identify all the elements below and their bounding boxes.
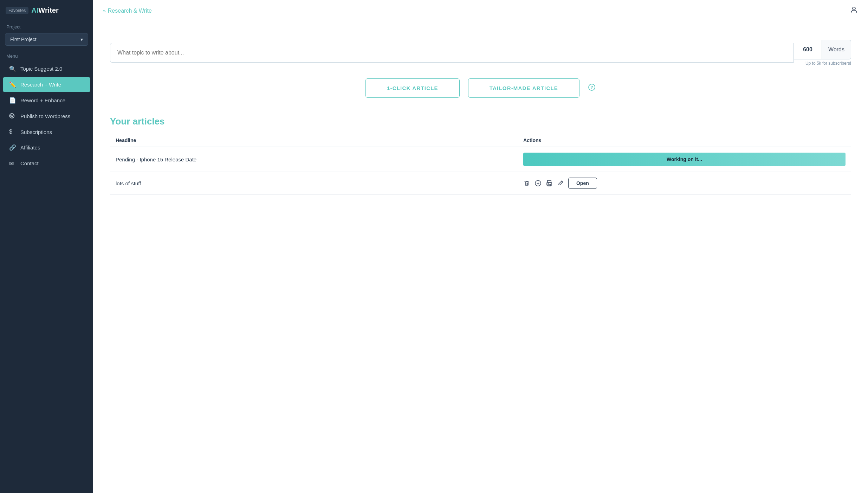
progress-bar-fill: Working on it...: [523, 153, 846, 166]
download-icon[interactable]: [535, 180, 542, 187]
search-icon: 🔍: [9, 65, 16, 72]
tailor-made-article-button[interactable]: TAILOR-MADE ARTICLE: [468, 78, 579, 98]
articles-section: Your articles Headline Actions Pending -…: [110, 116, 851, 195]
sidebar-item-topic-suggest[interactable]: 🔍 Topic Suggest 2.0: [3, 61, 90, 76]
sidebar-item-label: Topic Suggest 2.0: [20, 66, 62, 72]
progress-bar: Working on it...: [523, 153, 846, 166]
logo: AIWriter: [31, 6, 58, 14]
wordpress-icon: Ⓦ: [9, 113, 16, 120]
svg-point-0: [853, 7, 855, 10]
topic-input[interactable]: [110, 43, 794, 63]
article-actions: Working on it...: [518, 147, 851, 172]
articles-table: Headline Actions Pending - Iphone 15 Rel…: [110, 134, 851, 195]
sidebar-item-label: Contact: [20, 160, 39, 166]
words-count-input[interactable]: [794, 40, 822, 59]
project-name: First Project: [10, 37, 37, 42]
actions-column-header: Actions: [518, 134, 851, 147]
envelope-icon: ✉: [9, 160, 16, 167]
breadcrumb-text: Research & Write: [108, 8, 152, 14]
article-headline: Pending - Iphone 15 Release Date: [110, 147, 518, 172]
open-button[interactable]: Open: [568, 178, 597, 189]
sidebar-item-label: Reword + Enhance: [20, 97, 65, 103]
headline-column-header: Headline: [110, 134, 518, 147]
words-group: Words Up to 5k for subscribers!: [794, 40, 851, 66]
content-area: Words Up to 5k for subscribers! 1-CLICK …: [93, 22, 868, 493]
edit-icon[interactable]: [557, 180, 564, 187]
svg-text:?: ?: [590, 85, 593, 90]
document-icon: 📄: [9, 97, 16, 104]
words-hint: Up to 5k for subscribers!: [805, 61, 851, 66]
favorites-badge[interactable]: Favorites: [6, 7, 28, 14]
header: » Research & Write: [93, 0, 868, 22]
words-row: Words: [794, 40, 851, 59]
pencil-icon: ✏️: [9, 81, 16, 88]
one-click-article-button[interactable]: 1-CLICK ARTICLE: [365, 78, 460, 98]
chevron-down-icon: ▾: [80, 37, 83, 42]
svg-rect-8: [548, 180, 551, 183]
articles-title: Your articles: [110, 116, 851, 127]
svg-rect-9: [547, 183, 552, 185]
sidebar-item-label: Research + Write: [20, 82, 61, 88]
article-actions: Open: [518, 172, 851, 195]
breadcrumb-arrow: »: [103, 8, 106, 14]
project-section-label: Project: [0, 21, 93, 32]
user-icon[interactable]: [850, 6, 858, 16]
breadcrumb: » Research & Write: [103, 8, 152, 14]
actions-cell: Open: [523, 178, 846, 189]
main-content: » Research & Write Words Up to 5k for su…: [93, 0, 868, 493]
help-icon[interactable]: ?: [588, 83, 596, 93]
dollar-icon: $: [9, 129, 16, 135]
table-row: Pending - Iphone 15 Release Date Working…: [110, 147, 851, 172]
sidebar-item-research-write[interactable]: ✏️ Research + Write: [3, 77, 90, 92]
sidebar-item-contact[interactable]: ✉ Contact: [3, 156, 90, 171]
menu-label: Menu: [0, 49, 93, 61]
sidebar-item-reword-enhance[interactable]: 📄 Reword + Enhance: [3, 93, 90, 108]
svg-line-12: [561, 181, 562, 183]
article-headline: lots of stuff: [110, 172, 518, 195]
sidebar-item-subscriptions[interactable]: $ Subscriptions: [3, 124, 90, 139]
logo-writer: Writer: [38, 6, 58, 14]
sidebar-header: Favorites AIWriter: [0, 0, 93, 21]
link-icon: 🔗: [9, 144, 16, 151]
sidebar-item-label: Affiliates: [20, 145, 40, 151]
logo-ai: AI: [31, 6, 38, 14]
project-selector[interactable]: First Project ▾: [5, 33, 88, 46]
action-buttons-row: 1-CLICK ARTICLE TAILOR-MADE ARTICLE ?: [110, 78, 851, 98]
sidebar-item-label: Subscriptions: [20, 129, 52, 135]
topic-input-row: Words Up to 5k for subscribers!: [110, 40, 851, 66]
sidebar-item-affiliates[interactable]: 🔗 Affiliates: [3, 140, 90, 155]
delete-icon[interactable]: [523, 180, 530, 187]
print-icon[interactable]: [546, 180, 553, 187]
sidebar: Favorites AIWriter Project First Project…: [0, 0, 93, 493]
words-label: Words: [822, 40, 851, 59]
sidebar-item-publish-wordpress[interactable]: Ⓦ Publish to Wordpress: [3, 109, 90, 124]
table-row: lots of stuff: [110, 172, 851, 195]
sidebar-item-label: Publish to Wordpress: [20, 113, 70, 119]
